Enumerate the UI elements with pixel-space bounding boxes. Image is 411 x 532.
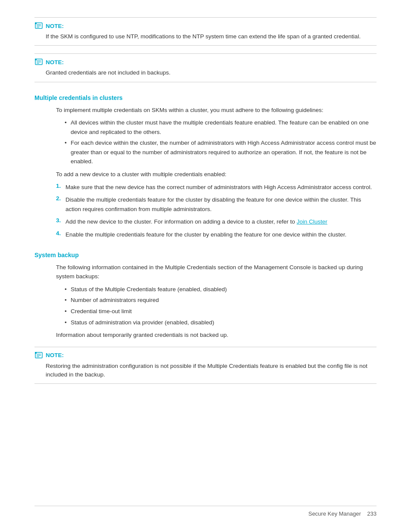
footer-divider [34, 506, 377, 506]
step-num-2: 2. [56, 195, 65, 202]
list-item: For each device within the cluster, the … [65, 138, 377, 166]
step-num-1: 1. [56, 183, 65, 189]
footer-text: Secure Key Manager [308, 510, 361, 517]
list-item: Credential time-out limit [65, 307, 377, 316]
step-2: 2. Disable the multiple credentials feat… [56, 195, 377, 214]
note-box-1: NOTE: If the SKM is configured to use NT… [34, 17, 377, 46]
section-steps-intro: To add a new device to a cluster with mu… [34, 170, 377, 179]
page-footer: Secure Key Manager 233 [308, 510, 377, 517]
note-header-1: NOTE: [34, 22, 377, 30]
page-number: 233 [367, 510, 377, 517]
join-cluster-link[interactable]: Join Cluster [297, 218, 327, 225]
list-item: Status of the Multiple Credentials featu… [65, 285, 377, 294]
section-system-backup: System backup The following information … [34, 252, 377, 340]
step-text-4: Enable the multiple credentials feature … [65, 230, 346, 240]
note-label-2: NOTE: [46, 59, 64, 65]
step-text-3: Add the new device to the cluster. For i… [65, 217, 327, 227]
step-num-4: 4. [56, 230, 65, 236]
note-header-2: NOTE: [34, 58, 377, 66]
section-intro-system-backup: The following information contained in t… [34, 263, 377, 281]
note-box-2: NOTE: Granted credentials are not includ… [34, 53, 377, 82]
note-icon-1 [34, 22, 43, 30]
note-icon-2 [34, 58, 43, 66]
section-heading-multiple-credentials: Multiple credentials in clusters [34, 94, 377, 101]
list-item: Status of administration via provider (e… [65, 318, 377, 327]
list-item: All devices within the cluster must have… [65, 118, 377, 137]
step-text-1: Make sure that the new device has the co… [65, 183, 372, 192]
step-3: 3. Add the new device to the cluster. Fo… [56, 217, 377, 227]
svg-rect-14 [35, 352, 37, 354]
list-item: Number of administrators required [65, 296, 377, 305]
bullet-list-system-backup: Status of the Multiple Credentials featu… [34, 285, 377, 327]
bullet-list-multiple-credentials: All devices within the cluster must have… [34, 118, 377, 166]
step-text-2: Disable the multiple credentials feature… [65, 195, 377, 214]
section-intro-multiple-credentials: To implement multiple credentials on SKM… [34, 106, 377, 115]
step-num-3: 3. [56, 217, 65, 224]
section-heading-system-backup: System backup [34, 252, 377, 258]
svg-rect-9 [35, 59, 37, 60]
note-body-3: Restoring the administration configurati… [34, 362, 377, 380]
note-icon-3 [34, 352, 43, 359]
note-label-1: NOTE: [46, 23, 64, 29]
note-header-3: NOTE: [34, 352, 377, 359]
section-multiple-credentials: Multiple credentials in clusters To impl… [34, 94, 377, 240]
ordered-steps: 1. Make sure that the new device has the… [34, 183, 377, 240]
page: NOTE: If the SKM is configured to use NT… [0, 0, 411, 532]
note-box-3: NOTE: Restoring the administration confi… [34, 347, 377, 384]
step-4: 4. Enable the multiple credentials featu… [56, 230, 377, 240]
svg-rect-4 [35, 22, 37, 24]
note-body-2: Granted credentials are not included in … [34, 68, 377, 77]
note-label-3: NOTE: [46, 352, 64, 358]
note-body-1: If the SKM is configured to use NTP, mod… [34, 32, 377, 41]
section-outro-system-backup: Information about temporarily granted cr… [34, 330, 377, 340]
step-1: 1. Make sure that the new device has the… [56, 183, 377, 192]
